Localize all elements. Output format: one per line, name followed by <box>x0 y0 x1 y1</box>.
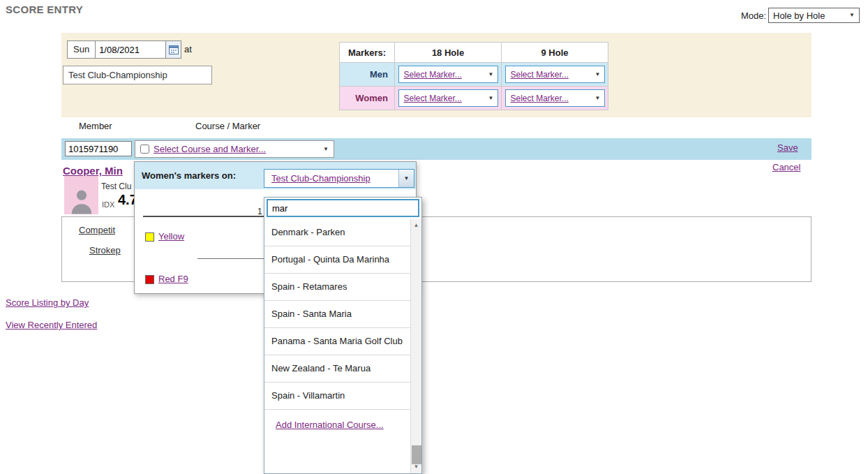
at-label: at <box>184 44 192 54</box>
women-9hole-marker-select[interactable]: Select Marker... ▼ <box>505 89 605 107</box>
competition-label: Competit <box>79 225 115 235</box>
member-id-input[interactable] <box>65 141 132 156</box>
red-tee-link[interactable]: Red F9 <box>158 274 188 284</box>
member-column-header: Member <box>79 121 112 131</box>
select-marker-label: Select Marker... <box>399 70 462 80</box>
course-option[interactable]: Spain - Retamares <box>264 274 410 301</box>
avatar <box>64 176 98 214</box>
scroll-up-icon[interactable]: ▲ <box>411 219 421 230</box>
popup-header-label: Women's markers on: <box>142 170 236 181</box>
tee-divider <box>197 258 264 259</box>
date-control: Sun <box>67 40 181 59</box>
scrollbar-thumb[interactable] <box>412 445 421 464</box>
course-option[interactable]: New Zealand - Te Marua <box>264 355 410 383</box>
popup-course-select[interactable]: Test Club-Championship ▼ <box>264 169 414 188</box>
course-option[interactable]: Spain - Villamartin <box>264 383 410 410</box>
cancel-button[interactable]: Cancel <box>772 162 800 172</box>
women-label: Women <box>340 87 395 110</box>
course-option[interactable]: Spain - Santa Maria <box>264 301 410 328</box>
markers-women-row: Women Select Marker... ▼ Select Marker..… <box>340 87 608 110</box>
day-label: Sun <box>68 41 96 58</box>
chevron-down-icon: ▼ <box>849 13 855 18</box>
idx-label: IDX <box>102 200 114 209</box>
popup-course-label: Test Club-Championship <box>264 173 371 184</box>
course-and-marker-select[interactable]: Select Course and Marker... ▼ <box>135 140 334 158</box>
mode-value: Hole by Hole <box>773 10 825 21</box>
page-title: SCORE ENTRY <box>6 3 83 15</box>
course-search-input[interactable] <box>267 199 419 217</box>
member-club: Test Clu <box>101 182 131 191</box>
tee-divider <box>143 216 264 217</box>
markers-header: Markers: <box>340 43 395 63</box>
mode-select[interactable]: Hole by Hole ▼ <box>768 8 860 23</box>
person-icon <box>68 185 95 214</box>
red-tee-swatch <box>145 275 154 284</box>
chevron-down-icon: ▼ <box>323 147 329 152</box>
score-listing-by-day-link[interactable]: Score Listing by Day <box>6 297 89 308</box>
scroll-down-icon[interactable]: ▼ <box>411 464 421 473</box>
select-marker-label: Select Marker... <box>506 94 569 103</box>
chevron-down-icon: ▼ <box>488 72 494 77</box>
strokeplay-label: Strokep <box>89 245 121 255</box>
yellow-tee-swatch <box>145 232 154 242</box>
women-18hole-marker-select[interactable]: Select Marker... ▼ <box>398 89 498 107</box>
markers-men-row: Men Select Marker... ▼ Select Marker... … <box>340 63 608 87</box>
course-option[interactable]: Portugal - Quinta Da Marinha <box>264 246 410 274</box>
scrollbar[interactable]: ▲ ▼ <box>410 219 421 473</box>
view-recently-entered-link[interactable]: View Recently Entered <box>6 320 97 330</box>
markers-header-row: Markers: 18 Hole 9 Hole <box>340 43 608 63</box>
course-option[interactable]: Panama - Santa Maria Golf Club <box>264 328 410 355</box>
course-dropdown-panel: Denmark - Parken Portugal - Quinta Da Ma… <box>264 197 422 474</box>
men-label: Men <box>340 63 395 87</box>
course-name-input[interactable] <box>63 66 212 84</box>
date-input[interactable] <box>96 41 165 58</box>
select-marker-label: Select Marker... <box>399 94 462 103</box>
chevron-down-icon: ▼ <box>595 72 601 77</box>
men-9hole-marker-select[interactable]: Select Marker... ▼ <box>505 66 605 83</box>
chevron-down-icon: ▼ <box>404 176 410 182</box>
select-marker-label: Select Marker... <box>506 70 569 80</box>
select-course-label: Select Course and Marker... <box>154 144 266 154</box>
markers-18hole-header: 18 Hole <box>395 43 502 63</box>
member-name-link[interactable]: Cooper, Min <box>63 165 123 177</box>
chevron-down-icon: ▼ <box>488 96 494 101</box>
yellow-tee-link[interactable]: Yellow <box>158 231 184 242</box>
course-select-checkbox[interactable] <box>140 145 149 154</box>
markers-table: Markers: 18 Hole 9 Hole Men Select Marke… <box>339 42 608 110</box>
course-list: Denmark - Parken Portugal - Quinta Da Ma… <box>264 219 410 431</box>
markers-9hole-header: 9 Hole <box>502 43 608 63</box>
calendar-icon <box>169 45 179 54</box>
obscured-text-fragment: 1 <box>257 207 262 216</box>
course-option[interactable]: Denmark - Parken <box>264 219 410 246</box>
save-button[interactable]: Save <box>777 142 798 153</box>
men-18hole-marker-select[interactable]: Select Marker... ▼ <box>398 66 498 83</box>
score-entry-screen: SCORE ENTRY Mode: Hole by Hole ▼ Sun at … <box>0 0 868 474</box>
chevron-down-icon: ▼ <box>595 96 601 101</box>
course-marker-column-header: Course / Marker <box>195 121 260 131</box>
calendar-button[interactable] <box>165 41 181 58</box>
add-international-course-link[interactable]: Add International Course... <box>276 420 384 431</box>
mode-label: Mode: <box>741 10 766 21</box>
